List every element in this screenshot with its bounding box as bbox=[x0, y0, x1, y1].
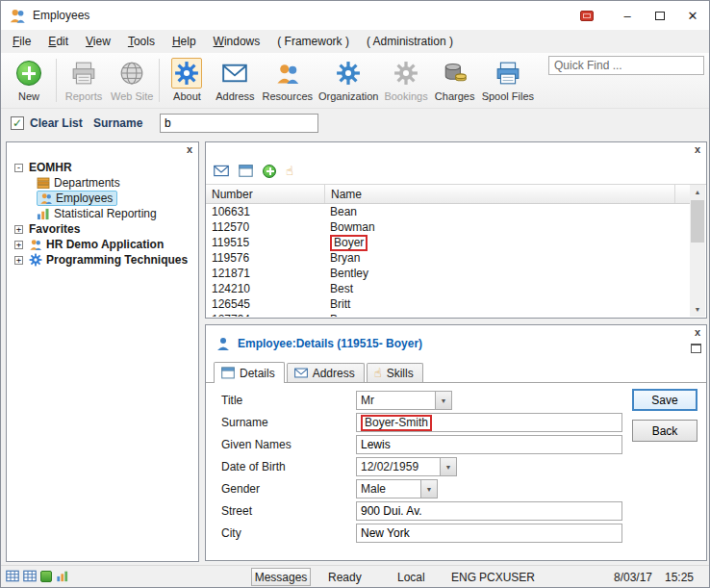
gender-select[interactable]: Male ▼ bbox=[356, 479, 438, 499]
date-of-birth-select[interactable]: 12/02/1959 ▼ bbox=[356, 457, 457, 476]
employee-row[interactable]: 119515 Boyer bbox=[206, 235, 690, 250]
surname-filter-input[interactable] bbox=[160, 114, 318, 133]
close-button[interactable]: ✕ bbox=[676, 1, 709, 30]
add-icon[interactable] bbox=[263, 165, 276, 178]
employee-row[interactable]: 106631 Bean bbox=[206, 204, 690, 219]
person-icon bbox=[216, 336, 231, 351]
organization-button[interactable]: Organization bbox=[316, 56, 381, 102]
books-icon bbox=[37, 176, 50, 190]
chevron-down-icon[interactable]: ▼ bbox=[435, 392, 451, 409]
city-input[interactable] bbox=[356, 524, 622, 543]
employee-number: 121871 bbox=[206, 267, 325, 280]
tree-item-departments[interactable]: Departments bbox=[7, 175, 198, 191]
website-button[interactable]: Web Site bbox=[108, 56, 156, 102]
menu-windows[interactable]: Windows bbox=[205, 31, 269, 52]
scrollbar-thumb[interactable] bbox=[691, 200, 704, 243]
tree-item-statistical-reporting[interactable]: Statistical Reporting bbox=[7, 206, 198, 221]
menu-help[interactable]: Help bbox=[164, 31, 205, 52]
employee-row[interactable]: 126545 Britt bbox=[206, 296, 690, 312]
employee-number: 119515 bbox=[206, 236, 325, 249]
quick-find-input[interactable] bbox=[548, 56, 704, 75]
save-button[interactable]: Save bbox=[632, 389, 697, 411]
employee-row[interactable]: 112570 Bowman bbox=[206, 219, 690, 235]
chart-icon[interactable] bbox=[56, 570, 69, 582]
tree-selection: Employees bbox=[37, 191, 117, 206]
table-icon[interactable] bbox=[23, 570, 37, 582]
green-app-icon[interactable] bbox=[40, 571, 52, 582]
expand-expander-icon[interactable]: + bbox=[14, 256, 23, 265]
panel-close-icon[interactable]: x bbox=[185, 143, 194, 156]
chart-icon bbox=[37, 207, 50, 220]
panel-restore-icon[interactable] bbox=[691, 344, 701, 353]
tree-item-favorites[interactable]: + Favorites bbox=[7, 221, 198, 237]
tab-skills[interactable]: ☝ Skills bbox=[367, 363, 423, 382]
employee-row[interactable]: 124210 Best bbox=[206, 281, 690, 296]
employee-number: 112570 bbox=[206, 220, 325, 234]
status-date: 8/03/17 bbox=[614, 571, 652, 584]
expand-expander-icon[interactable]: + bbox=[14, 241, 23, 249]
menu-file[interactable]: File bbox=[4, 31, 39, 52]
expand-expander-icon[interactable]: + bbox=[14, 225, 23, 234]
about-button[interactable]: About bbox=[163, 56, 211, 102]
reports-button[interactable]: Reports bbox=[60, 56, 108, 102]
tree-item-eomhr[interactable]: - EOMHR bbox=[7, 160, 198, 175]
back-button[interactable]: Back bbox=[632, 420, 697, 442]
form-icon bbox=[221, 367, 235, 379]
tree-item-programming-techniques[interactable]: + Programming Techniques bbox=[7, 252, 198, 268]
surname-filter-label: Surname bbox=[93, 116, 142, 130]
new-button[interactable]: New bbox=[5, 56, 53, 102]
gender-label: Gender bbox=[221, 482, 356, 496]
employee-row[interactable]: 121871 Bentley bbox=[206, 266, 690, 281]
clear-list-label: Clear List bbox=[30, 116, 83, 130]
resources-button[interactable]: Resources bbox=[259, 56, 316, 102]
tree-item-employees[interactable]: Employees bbox=[7, 191, 198, 206]
charges-button[interactable]: Charges bbox=[431, 56, 479, 102]
menu-tools[interactable]: Tools bbox=[119, 31, 164, 52]
chevron-down-icon[interactable]: ▼ bbox=[440, 458, 456, 475]
new-plus-icon bbox=[13, 58, 44, 89]
employee-name: Britt bbox=[325, 297, 350, 311]
maximize-button[interactable] bbox=[644, 1, 676, 30]
menu-edit[interactable]: Edit bbox=[39, 31, 77, 52]
gear-icon bbox=[171, 58, 202, 89]
address-button[interactable]: Address bbox=[211, 56, 259, 102]
employee-row[interactable]: 119576 Bryan bbox=[206, 250, 690, 266]
column-header-number[interactable]: Number bbox=[206, 185, 325, 203]
tab-address[interactable]: Address bbox=[287, 363, 365, 382]
menu-view[interactable]: View bbox=[77, 31, 119, 52]
hand-icon: ☝ bbox=[374, 367, 382, 379]
scroll-down-icon[interactable]: ▼ bbox=[690, 302, 705, 317]
clear-list-checkbox[interactable]: ✓ bbox=[11, 116, 24, 130]
mail-icon[interactable] bbox=[214, 165, 229, 177]
menu-framework[interactable]: ( Framework ) bbox=[268, 31, 358, 52]
list-scrollbar[interactable]: ▲ ▼ bbox=[690, 185, 705, 317]
tab-details[interactable]: Details bbox=[214, 362, 285, 383]
tree-item-hr-demo-application[interactable]: + HR Demo Application bbox=[7, 237, 198, 252]
chevron-down-icon[interactable]: ▼ bbox=[420, 480, 437, 498]
column-header-filler bbox=[675, 185, 690, 203]
employee-row[interactable]: 127794 Brown bbox=[206, 312, 690, 317]
street-input[interactable] bbox=[356, 501, 622, 521]
form-icon[interactable] bbox=[239, 165, 253, 177]
surname-input[interactable]: Boyer-Smith bbox=[356, 413, 622, 432]
tab-label: Details bbox=[240, 367, 275, 380]
bookings-button[interactable]: Bookings bbox=[381, 56, 430, 102]
employee-number: 119576 bbox=[206, 251, 325, 265]
panel-close-icon[interactable]: x bbox=[693, 143, 702, 156]
street-label: Street bbox=[221, 504, 356, 518]
employee-name: Best bbox=[325, 282, 353, 295]
window-title: Employees bbox=[33, 9, 89, 22]
panel-close-icon[interactable]: x bbox=[693, 326, 702, 339]
spool-files-button[interactable]: Spool Files bbox=[479, 56, 537, 102]
status-language: ENG bbox=[451, 571, 476, 584]
table-icon[interactable] bbox=[6, 570, 19, 582]
hand-icon[interactable]: ☝ bbox=[286, 165, 293, 177]
column-header-name[interactable]: Name bbox=[325, 185, 675, 203]
menu-administration[interactable]: ( Administration ) bbox=[358, 31, 462, 52]
collapse-expander-icon[interactable]: - bbox=[14, 164, 23, 172]
title-select[interactable]: Mr ▼ bbox=[356, 391, 452, 410]
minimize-button[interactable]: – bbox=[611, 1, 644, 30]
given-names-input[interactable] bbox=[356, 435, 622, 454]
scroll-up-icon[interactable]: ▲ bbox=[690, 185, 705, 199]
messages-button[interactable]: Messages bbox=[251, 568, 311, 586]
